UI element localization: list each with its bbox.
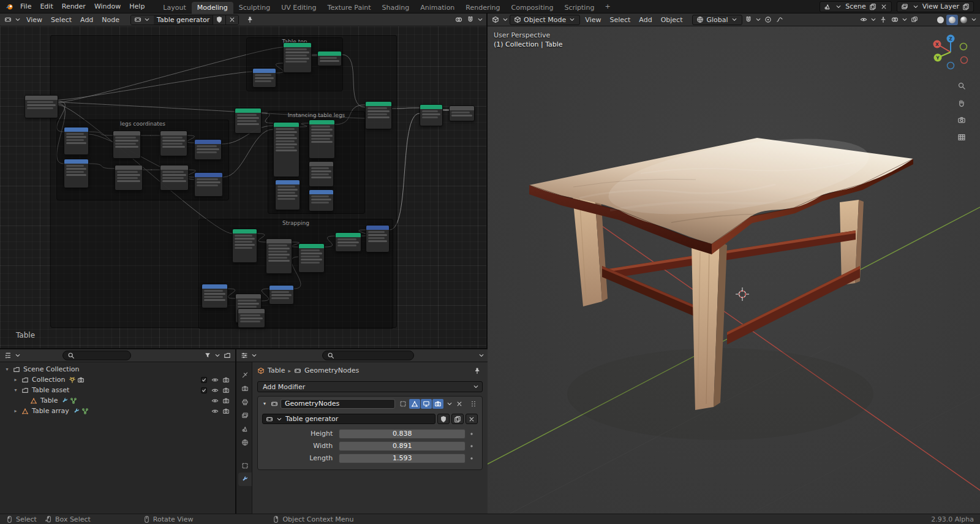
viewport-menu-add[interactable]: Add — [635, 15, 656, 25]
unlink-node-group-button[interactable] — [466, 414, 478, 424]
graph-node-17[interactable] — [309, 120, 335, 159]
xray-toggle-icon[interactable] — [909, 15, 920, 25]
topbar-menu-help[interactable]: Help — [125, 1, 149, 12]
hide-eye-toggle[interactable] — [210, 376, 220, 384]
graph-node-28[interactable] — [269, 285, 294, 305]
graph-node-9[interactable] — [64, 159, 89, 188]
toggle-ortho-icon[interactable] — [956, 132, 967, 142]
delete-modifier-button[interactable] — [456, 398, 463, 409]
new-node-group-button[interactable] — [451, 414, 464, 424]
node-frame-strapping[interactable]: Strapping — [198, 219, 393, 329]
chevron-down-icon[interactable] — [14, 15, 21, 25]
graph-node-11[interactable] — [115, 165, 143, 191]
disclosure-icon[interactable]: ▾ — [2, 366, 12, 372]
scene-selector[interactable]: Scene — [820, 1, 892, 12]
animate-dot-button[interactable] — [466, 442, 478, 450]
new-scene-button[interactable] — [869, 1, 877, 12]
graph-node-7[interactable] — [252, 68, 276, 88]
graph-node-25[interactable] — [366, 225, 390, 253]
graph-node-2[interactable] — [365, 101, 392, 129]
workspace-tab-rendering[interactable]: Rendering — [460, 2, 505, 13]
shading-wireframe-button[interactable] — [923, 15, 935, 25]
graph-node-4[interactable] — [449, 105, 475, 121]
graph-node-16[interactable] — [273, 122, 300, 177]
graph-node-10[interactable] — [113, 131, 141, 159]
viewport-menu-object[interactable]: Object — [657, 15, 687, 25]
toggle-realtime[interactable] — [421, 399, 432, 409]
unlink-scene-button[interactable] — [880, 1, 888, 12]
shading-material-button[interactable] — [946, 15, 958, 25]
chevron-down-icon[interactable] — [477, 15, 484, 25]
node-tree-browse-button[interactable] — [131, 15, 154, 25]
drag-handle-icon[interactable] — [468, 398, 479, 409]
mode-dropdown[interactable]: Object Mode — [510, 15, 580, 25]
graph-node-5[interactable] — [283, 42, 312, 73]
viewport-menu-select[interactable]: Select — [605, 15, 635, 25]
add-modifier-button[interactable]: Add Modifier — [257, 381, 483, 392]
render-visibility-toggle[interactable] — [221, 408, 231, 415]
node-tree-selector[interactable]: Table generator — [130, 15, 239, 25]
pin-button[interactable] — [472, 365, 483, 376]
graph-node-6[interactable] — [317, 51, 342, 66]
graph-node-24[interactable] — [335, 232, 361, 252]
object-visibility-icon[interactable] — [858, 15, 869, 25]
tab-world[interactable] — [238, 436, 252, 449]
node-editor-menu-select[interactable]: Select — [47, 15, 76, 25]
field-value-slider[interactable]: 0.891 — [339, 441, 466, 451]
editor-type-3d-icon[interactable] — [490, 15, 501, 25]
animate-dot-button[interactable] — [466, 455, 478, 462]
graph-node-14[interactable] — [194, 139, 222, 160]
hide-eye-toggle[interactable] — [210, 387, 220, 394]
tab-output[interactable] — [238, 395, 252, 409]
blender-logo-icon[interactable] — [4, 3, 16, 10]
view-layer-selector[interactable]: View Layer — [897, 1, 974, 12]
graph-node-23[interactable] — [298, 243, 325, 273]
graph-node-8[interactable] — [64, 127, 89, 155]
expand-panel-button[interactable]: ▾ — [261, 401, 268, 406]
workspace-tab-animation[interactable]: Animation — [415, 2, 460, 13]
overlays-toggle-icon[interactable] — [889, 15, 900, 25]
workspace-tab-compositing[interactable]: Compositing — [506, 2, 559, 13]
topbar-menu-render[interactable]: Render — [58, 1, 90, 12]
toggle-on-cage[interactable] — [398, 399, 409, 409]
exclude-checkbox[interactable] — [199, 387, 209, 394]
workspace-tab-layout[interactable]: Layout — [157, 2, 191, 13]
falloff-curve-icon[interactable] — [774, 15, 785, 25]
chevron-down-icon[interactable] — [870, 15, 877, 25]
outliner-row-table-asset[interactable]: ▾Table asset — [0, 385, 235, 395]
node-tree-name[interactable]: Table generator — [154, 15, 213, 25]
tab-view-layer[interactable] — [238, 409, 252, 422]
node-editor-menu-view[interactable]: View — [22, 15, 47, 25]
chevron-down-icon[interactable] — [970, 15, 978, 25]
outliner-row-table-array[interactable]: ▸Table array — [0, 406, 235, 416]
workspace-tab-sculpting[interactable]: Sculpting — [233, 2, 276, 13]
unlink-node-tree-button[interactable] — [225, 15, 238, 25]
topbar-menu-window[interactable]: Window — [90, 1, 125, 12]
proportional-editing-icon[interactable] — [763, 15, 774, 25]
new-collection-button[interactable] — [222, 351, 233, 361]
pan-tool-icon[interactable] — [956, 97, 967, 108]
shading-rendered-button[interactable] — [958, 15, 970, 25]
editor-type-outliner-icon[interactable] — [2, 351, 13, 361]
outliner-row-table[interactable]: Table — [0, 395, 235, 406]
workspace-tab-scripting[interactable]: Scripting — [559, 2, 600, 13]
toggle-edit-mode[interactable] — [409, 399, 420, 409]
topbar-menu-edit[interactable]: Edit — [36, 1, 57, 12]
render-visibility-toggle[interactable] — [221, 376, 231, 384]
navigation-gizmo[interactable]: X Y Z — [929, 30, 973, 74]
filter-funnel-icon[interactable] — [202, 351, 213, 361]
tab-scene[interactable] — [238, 422, 252, 436]
workspace-tab-uv-editing[interactable]: UV Editing — [276, 2, 322, 13]
node-editor-menu-add[interactable]: Add — [76, 15, 97, 25]
add-workspace-button[interactable]: + — [600, 1, 615, 12]
modifier-name-field[interactable]: GeometryNodes — [281, 399, 395, 409]
graph-node-0[interactable] — [24, 95, 58, 118]
modifier-extras-icon[interactable] — [446, 398, 453, 409]
transform-orientation-dropdown[interactable]: Global — [692, 15, 742, 25]
render-visibility-toggle[interactable] — [221, 387, 231, 394]
auto-offset-icon[interactable] — [453, 15, 464, 25]
graph-node-22[interactable] — [266, 238, 292, 274]
outliner-row-collection[interactable]: ▸Collection — [0, 374, 235, 385]
graph-node-13[interactable] — [160, 165, 189, 191]
camera-view-icon[interactable] — [956, 115, 967, 125]
